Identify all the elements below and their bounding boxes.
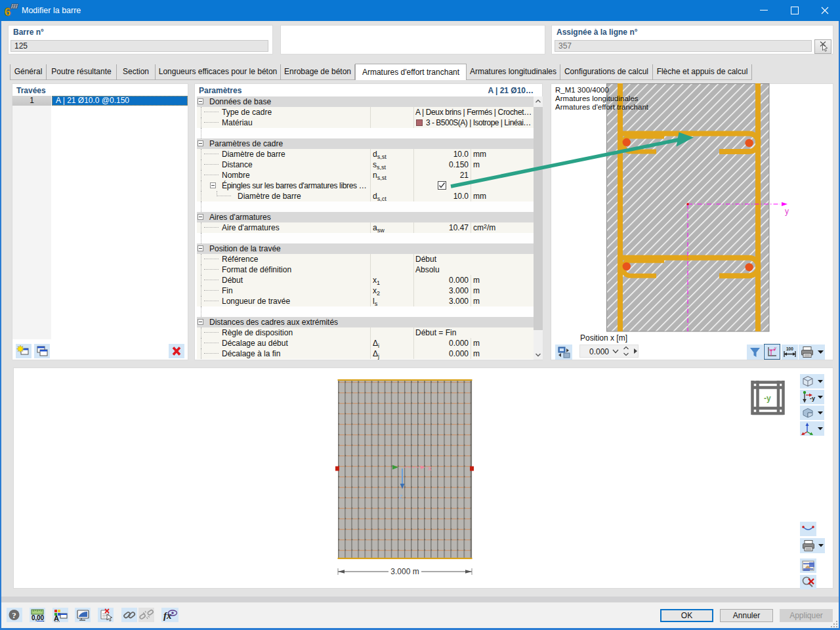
svg-text:y: y — [785, 207, 789, 216]
svg-text:-y: -y — [810, 395, 815, 402]
svg-text:3.000 m: 3.000 m — [390, 567, 419, 576]
svg-text:-y: -y — [764, 394, 771, 403]
svg-text:00: 00 — [37, 614, 45, 621]
svg-text:?: ? — [12, 610, 16, 620]
svg-text:z: z — [399, 492, 403, 500]
svg-text:A: A — [54, 614, 59, 622]
svg-text:100: 100 — [786, 346, 793, 351]
svg-text:6: 6 — [5, 6, 10, 18]
svg-text:fx: fx — [163, 610, 172, 621]
svg-text:y: y — [774, 346, 776, 350]
svg-text:x: x — [428, 464, 432, 472]
